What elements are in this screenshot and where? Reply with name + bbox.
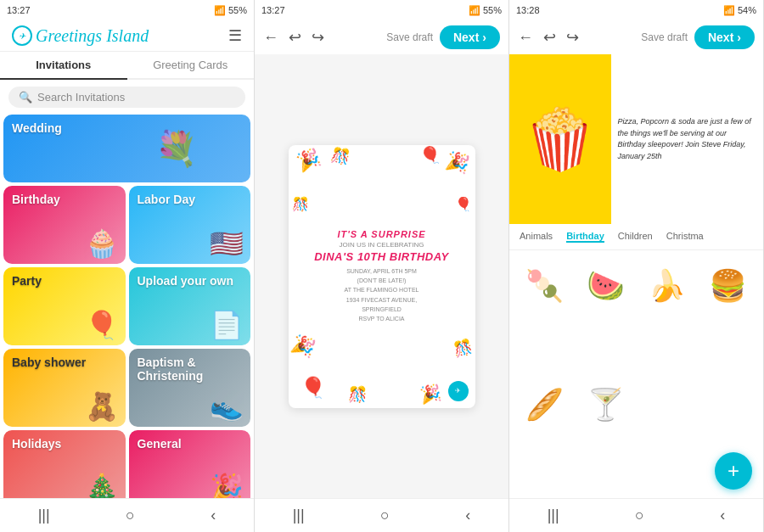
cat-christmas[interactable]: Christma	[666, 231, 704, 243]
status-bar-1: 13:27 📶 55%	[0, 0, 254, 20]
hat-3: 🎈	[419, 145, 443, 167]
hat-8: 🎊	[451, 336, 474, 359]
status-bar-3: 13:28 📶 54%	[509, 0, 763, 20]
baby-deco: 🧸	[85, 390, 119, 423]
holidays-deco: 🎄	[85, 472, 119, 498]
invitation-card[interactable]: 🎉 🎊 🎈 🎉 🎊 🎈 🎉 🎊 🎈 🎉 🎊 IT'S A SURPRISE JO…	[289, 145, 475, 408]
status-time-2: 13:27	[261, 5, 285, 15]
search-bar[interactable]: 🔍 Search Invitations	[8, 87, 245, 108]
editor-nav-right: Save draft Next ›	[386, 25, 500, 49]
nav-home-btn-2[interactable]: ○	[380, 507, 390, 524]
category-upload[interactable]: Upload your own 📄	[129, 267, 251, 345]
tab-invitations[interactable]: Invitations	[0, 52, 127, 80]
redo-button[interactable]: ↪	[312, 28, 324, 47]
birthday-deco: 🧁	[85, 227, 119, 260]
category-baby-shower[interactable]: Baby shower 🧸	[3, 349, 126, 427]
hat-1: 🎉	[294, 146, 323, 175]
save-draft-button-3[interactable]: Save draft	[641, 31, 688, 43]
status-bar-2: 13:27 📶 55%	[255, 0, 508, 20]
card-canvas: 🎉 🎊 🎈 🎉 🎊 🎈 🎉 🎊 🎈 🎉 🎊 IT'S A SURPRISE JO…	[255, 54, 508, 498]
cat-birthday[interactable]: Birthday	[566, 231, 604, 243]
party-deco: 🎈	[85, 309, 119, 341]
popcorn-card: 🍿 Pizza, Popcorn & soda are just a few o…	[509, 54, 763, 224]
nav-home-btn-3[interactable]: ○	[635, 507, 644, 524]
category-party[interactable]: Party 🎈	[3, 267, 126, 345]
card-details: SUNDAY, APRIL 6TH 5PM (DON'T BE LATE!) A…	[314, 266, 449, 323]
yellow-side: 🍿	[509, 54, 611, 224]
editor-nav-left: ← ↩ ↪	[263, 28, 324, 47]
next-button[interactable]: Next ›	[440, 25, 500, 49]
sticker-1[interactable]: 🍡	[518, 259, 572, 313]
redo-button-3[interactable]: ↪	[566, 28, 579, 47]
back-button[interactable]: ←	[263, 29, 278, 47]
status-icons-1: 📶 55%	[214, 5, 247, 16]
category-label-general: General	[138, 437, 182, 451]
nav-back-btn-1[interactable]: ‹	[211, 507, 216, 524]
undo-button[interactable]: ↩	[289, 28, 301, 47]
tab-bar: Invitations Greeting Cards	[0, 52, 254, 80]
editor-header-3: ← ↩ ↪ Save draft Next ›	[509, 20, 763, 54]
sticker-2[interactable]: 🍉	[579, 259, 633, 313]
nav-home-btn-1[interactable]: ○	[126, 507, 135, 524]
phone1-screen: 13:27 📶 55% ✈ Greetings Island ☰ Invitat…	[0, 0, 255, 532]
join-text: JOIN US IN CELEBRATING	[314, 241, 449, 249]
hat-10: 🎉	[419, 382, 443, 406]
next-label-3: Next	[708, 31, 733, 44]
nav-menu-btn-1[interactable]: |||	[38, 507, 50, 524]
logo-text: Greetings Island	[36, 26, 149, 46]
card-preview: 🍿 Pizza, Popcorn & soda are just a few o…	[509, 54, 763, 224]
menu-icon[interactable]: ☰	[228, 26, 242, 45]
sticker-3[interactable]: 🍌	[640, 259, 694, 313]
hat-9: 🎈	[301, 376, 326, 400]
white-side: Pizza, Popcorn & soda are just a few of …	[611, 54, 763, 224]
category-wedding[interactable]: Wedding 💐	[3, 115, 250, 182]
status-icons-2: 📶 55%	[469, 5, 502, 16]
card-logo: ✈	[448, 381, 469, 401]
cat-animals[interactable]: Animals	[520, 231, 553, 243]
card-message: Pizza, Popcorn & soda are just a few of …	[618, 116, 756, 162]
category-birthday[interactable]: Birthday 🧁	[3, 186, 126, 264]
category-baptism[interactable]: Baptism & Christening 👟	[129, 349, 251, 427]
category-holidays[interactable]: Holidays 🎄	[3, 430, 126, 498]
category-grid: Wedding 💐 Birthday 🧁 Labor Day 🇺🇸 Party …	[0, 115, 254, 498]
status-time-3: 13:28	[516, 5, 540, 15]
nav-bar-2: ||| ○ ‹	[255, 498, 508, 532]
general-deco: 🎉	[210, 472, 244, 498]
logo-icon: ✈	[12, 25, 32, 46]
save-draft-button[interactable]: Save draft	[386, 31, 433, 43]
sticker-4[interactable]: 🍔	[700, 259, 755, 313]
search-icon: 🔍	[19, 91, 32, 104]
nav-back-btn-3[interactable]: ‹	[720, 507, 725, 524]
nav-back-btn-2[interactable]: ‹	[465, 507, 470, 524]
sticker-5[interactable]: 🥖	[518, 378, 572, 432]
tab-greeting-cards[interactable]: Greeting Cards	[127, 52, 255, 78]
surprise-text: IT'S A SURPRISE	[314, 229, 449, 239]
category-label-upload: Upload your own	[138, 274, 234, 288]
cat-children[interactable]: Children	[618, 231, 653, 243]
editor-nav-left-3: ← ↩ ↪	[518, 28, 579, 47]
nav-menu-btn-3[interactable]: |||	[548, 507, 559, 524]
next-arrow-3: ›	[737, 31, 741, 44]
app-header-1: ✈ Greetings Island ☰	[0, 20, 254, 52]
hat-6: 🎈	[455, 196, 472, 212]
labor-deco: 🇺🇸	[210, 227, 244, 260]
editor-header: ← ↩ ↪ Save draft Next ›	[255, 20, 508, 54]
next-button-3[interactable]: Next ›	[694, 25, 755, 49]
status-icons-3: 📶 54%	[723, 5, 756, 16]
hat-7: 🎉	[289, 332, 317, 361]
sticker-6[interactable]: 🍸	[579, 378, 633, 432]
back-button-3[interactable]: ←	[518, 29, 533, 47]
status-time-1: 13:27	[7, 5, 31, 15]
category-general[interactable]: General 🎉	[129, 430, 251, 498]
category-labor-day[interactable]: Labor Day 🇺🇸	[129, 186, 251, 264]
nav-menu-btn-2[interactable]: |||	[293, 507, 305, 524]
nav-bar-3: ||| ○ ‹	[509, 498, 763, 532]
category-label-baby: Baby shower	[12, 356, 86, 369]
next-arrow: ›	[482, 31, 486, 44]
birthday-name: DINA'S 10TH BIRTHDAY	[314, 250, 449, 263]
card-text: IT'S A SURPRISE JOIN US IN CELEBRATING D…	[314, 229, 449, 323]
hat-11: 🎊	[348, 385, 367, 404]
category-label-labor: Labor Day	[138, 193, 195, 206]
undo-button-3[interactable]: ↩	[543, 28, 556, 47]
editor-nav-right-3: Save draft Next ›	[641, 25, 755, 49]
